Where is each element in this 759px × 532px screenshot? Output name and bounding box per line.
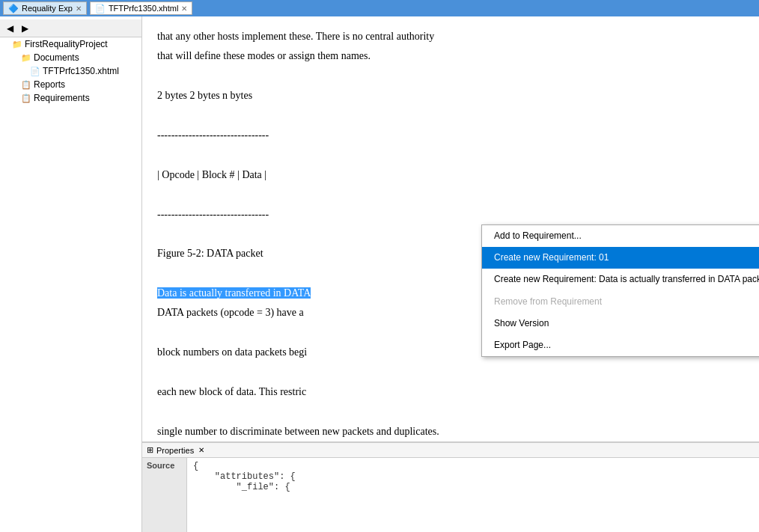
context-menu: Add to Requirement... Create new Require…	[481, 224, 759, 357]
sidebar-item-documents[interactable]: 📁 Documents	[0, 51, 141, 64]
sidebar-toolbar: ◀ ▶	[0, 19, 141, 37]
sidebar-item-tftp-file[interactable]: 📄 TFTPrfc1350.xhtml	[0, 64, 141, 78]
tab-requality-label: Requality Exp	[22, 4, 73, 13]
sidebar-item-first-project[interactable]: 📁 FirstRequalityProject	[0, 37, 141, 51]
json-content: { "attributes": { "_file": {	[187, 458, 759, 532]
tab-requality[interactable]: 🔷 Requality Exp ✕	[3, 1, 87, 15]
tab-requality-icon: 🔷	[8, 4, 19, 13]
forward-button[interactable]: ▶	[18, 22, 31, 35]
doc-line-4: 2 bytes 2 bytes n bytes	[157, 88, 744, 104]
json-line-1: {	[193, 461, 753, 471]
doc-line-9	[157, 186, 744, 203]
doc-line-1: that any other hosts implement these. Th…	[157, 28, 744, 45]
context-menu-show-version[interactable]: Show Version	[482, 313, 759, 334]
doc-line-10: --------------------------------	[157, 207, 744, 223]
app-container: 🔷 Requality Exp ✕ 📄 TFTPrfc1350.xhtml ✕ …	[0, 0, 759, 532]
tab-tftp-icon: 📄	[95, 4, 106, 13]
sidebar-item-requirements[interactable]: 📋 Requirements	[0, 91, 141, 105]
properties-header: ⊞ Properties ✕	[142, 443, 759, 458]
back-button[interactable]: ◀	[3, 22, 16, 35]
doc-line-2: that will define these modes or assign t…	[157, 48, 744, 64]
sidebar-item-requirements-label: Requirements	[34, 93, 90, 103]
sidebar-item-reports[interactable]: 📋 Reports	[0, 78, 141, 91]
doc-line-5	[157, 108, 744, 124]
context-menu-remove-from-req: Remove from Requirement	[482, 291, 759, 313]
content-area: that any other hosts implement these. Th…	[142, 16, 759, 532]
properties-body: Source { "attributes": { "_file": {	[142, 458, 759, 532]
doc-line-19: each new block of data. This restric	[157, 384, 744, 400]
doc-line-6: --------------------------------	[157, 127, 744, 144]
properties-icon: ⊞	[147, 445, 153, 455]
title-bar: 🔷 Requality Exp ✕ 📄 TFTPrfc1350.xhtml ✕	[0, 0, 759, 16]
tab-tftp-close[interactable]: ✕	[181, 4, 187, 13]
context-menu-add-to-req[interactable]: Add to Requirement...	[482, 225, 759, 247]
document-view[interactable]: that any other hosts implement these. Th…	[142, 16, 759, 442]
doc-line-7	[157, 147, 744, 163]
reports-icon: 📋	[21, 80, 31, 90]
json-line-3: "_file": {	[193, 482, 753, 492]
highlighted-text: Data is actually transferred in DATA	[157, 287, 311, 299]
doc-line-8: | Opcode | Block # | Data |	[157, 167, 744, 183]
context-menu-export-page[interactable]: Export Page...	[482, 334, 759, 356]
project-icon: 📁	[12, 40, 22, 49]
doc-line-21: single number to discriminate between ne…	[157, 424, 744, 440]
sidebar-item-reports-label: Reports	[34, 79, 65, 90]
properties-tab-icon: ✕	[198, 446, 204, 454]
tab-tftp-label: TFTPrfc1350.xhtml	[109, 4, 179, 13]
requirements-icon: 📋	[21, 94, 31, 103]
context-menu-create-new-req-data[interactable]: Create new Requirement: Data is actually…	[482, 269, 759, 290]
doc-line-3	[157, 68, 744, 85]
sidebar: ◀ ▶ 📁 FirstRequalityProject 📁 Documents …	[0, 16, 142, 532]
source-tab-label[interactable]: Source	[142, 458, 187, 532]
properties-title: Properties	[156, 446, 194, 455]
sidebar-item-documents-label: Documents	[34, 52, 79, 63]
context-menu-create-new-req-01[interactable]: Create new Requirement: 01	[482, 247, 759, 269]
tab-tftp[interactable]: 📄 TFTPrfc1350.xhtml ✕	[90, 1, 193, 15]
sidebar-item-tftp-label: TFTPrfc1350.xhtml	[43, 66, 119, 76]
tab-requality-close[interactable]: ✕	[76, 4, 82, 13]
documents-folder-icon: 📁	[21, 53, 31, 63]
sidebar-item-first-project-label: FirstRequalityProject	[25, 39, 108, 49]
xhtml-file-icon: 📄	[30, 67, 40, 76]
properties-panel: ⊞ Properties ✕ Source { "attributes": { …	[142, 442, 759, 532]
main-area: ◀ ▶ 📁 FirstRequalityProject 📁 Documents …	[0, 16, 759, 532]
doc-line-20	[157, 403, 744, 420]
json-line-2: "attributes": {	[193, 471, 753, 482]
doc-line-18	[157, 364, 744, 381]
